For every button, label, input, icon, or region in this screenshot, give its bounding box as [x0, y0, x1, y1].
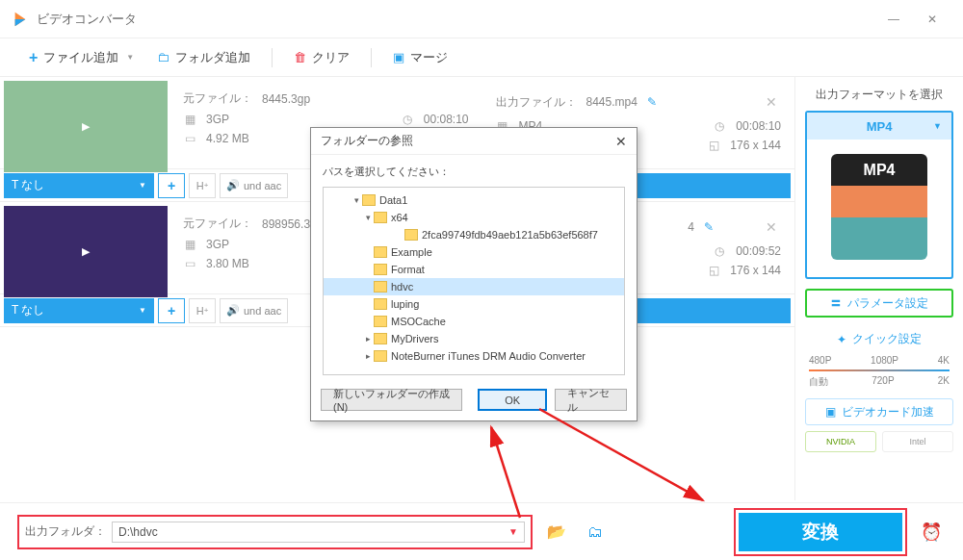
tree-node[interactable]: Example	[324, 243, 624, 261]
app-title: ビデオコンバータ	[37, 11, 874, 28]
app-logo-icon	[12, 11, 29, 28]
sidebar-title: 出力フォーマットを選択	[805, 87, 953, 103]
clock-icon: ◷	[401, 113, 414, 126]
close-button[interactable]: ✕	[913, 0, 951, 38]
out-name: 4	[688, 220, 694, 234]
add-folder-label: フォルダ追加	[175, 49, 250, 66]
audio-icon: 🔊	[226, 304, 240, 317]
src-label: 元ファイル：	[183, 90, 252, 107]
quick-settings-header: ✦ クイック設定	[805, 331, 953, 347]
format-icon: ▦	[183, 113, 196, 126]
folder-plus-icon: 🗀	[157, 50, 169, 64]
sidebar: 出力フォーマットを選択 MP4 ▼ 〓 パラメータ設定 ✦ クイック設定	[794, 77, 963, 500]
open-output-button[interactable]: 🗂	[581, 520, 610, 545]
browse-folder-dialog: フォルダーの参照 ✕ パスを選択してください： ▾Data1▾x642fca99…	[310, 127, 638, 421]
chip-icon: ▣	[825, 405, 836, 419]
ok-button[interactable]: OK	[478, 389, 547, 411]
tree-node[interactable]: luping	[324, 295, 624, 313]
out-res-value: 176 x 144	[730, 264, 781, 277]
src-format-value: 3GP	[206, 238, 229, 251]
hdr-button[interactable]: H+	[189, 298, 216, 323]
out-duration-value: 00:09:52	[736, 244, 781, 258]
tree-node[interactable]: ▸NoteBurner iTunes DRM Audio Converter	[324, 347, 624, 365]
format-icon: ▦	[183, 238, 196, 251]
chevron-down-icon: ▼	[139, 306, 146, 315]
sliders-icon: 〓	[830, 295, 842, 312]
add-subtitle-button[interactable]: +	[158, 173, 185, 198]
browse-folder-button[interactable]: 📂	[542, 520, 571, 545]
new-folder-button[interactable]: 新しいフォルダーの作成(N)	[321, 389, 462, 411]
toolbar-divider	[371, 48, 372, 67]
output-folder-region: 出力フォルダ： D:\hdvc ▼	[17, 515, 533, 549]
tree-node[interactable]: hdvc	[324, 278, 624, 295]
out-name: 8445.mp4	[586, 95, 638, 109]
toolbar: + ファイル追加 ▼ 🗀 フォルダ追加 🗑 クリア ▣ マージ	[0, 38, 963, 77]
tree-node[interactable]: MSOCache	[324, 313, 624, 330]
resolution-icon: ◱	[707, 139, 720, 152]
audio-icon: 🔊	[226, 179, 240, 191]
clear-button[interactable]: 🗑 クリア	[284, 45, 359, 70]
subtitle-select[interactable]: T なし ▼	[4, 173, 154, 198]
output-folder-input[interactable]: D:\hdvc ▼	[112, 522, 525, 543]
src-name: 8445.3gp	[262, 92, 310, 106]
tree-node[interactable]: ▾x64	[324, 209, 624, 226]
dialog-close-button[interactable]: ✕	[615, 134, 627, 149]
src-name: 898956.3	[262, 217, 310, 231]
thumbnail[interactable]: ▶	[4, 81, 168, 172]
tree-node[interactable]: ▾Data1	[324, 191, 624, 209]
audio-track-select[interactable]: 🔊 und aac	[220, 298, 288, 323]
titlebar: ビデオコンバータ — ✕	[0, 0, 963, 38]
add-file-button[interactable]: + ファイル追加 ▼	[19, 45, 143, 70]
size-icon: ▭	[183, 257, 196, 270]
chevron-down-icon: ▼	[508, 526, 518, 537]
out-res-value: 176 x 144	[730, 139, 781, 152]
output-folder-label: 出力フォルダ：	[25, 523, 106, 540]
chevron-down-icon: ▼	[933, 121, 942, 131]
add-file-label: ファイル追加	[43, 49, 118, 66]
thumbnail[interactable]: ▶	[4, 206, 168, 297]
out-duration-value: 00:08:10	[736, 119, 781, 133]
plus-icon: +	[29, 49, 38, 66]
dialog-title: フォルダーの参照	[321, 133, 413, 149]
gpu-accel-button[interactable]: ▣ ビデオカード加速	[805, 398, 953, 425]
mp4-preview-icon	[831, 154, 927, 260]
bottom-bar: 出力フォルダ： D:\hdvc ▼ 📂 🗂 変換 ⏰	[0, 502, 963, 560]
format-preview	[807, 140, 951, 274]
audio-track-select[interactable]: 🔊 und aac	[220, 173, 288, 198]
remove-file-button[interactable]: ✕	[762, 216, 781, 239]
convert-region: 変換	[734, 508, 907, 556]
edit-name-icon[interactable]: ✎	[647, 95, 657, 109]
folder-tree[interactable]: ▾Data1▾x642fca99749fdb49aeb121a5b63ef568…	[323, 187, 625, 375]
src-size-value: 3.80 MB	[206, 257, 249, 270]
format-label: MP4	[867, 119, 893, 134]
vendor-intel: Intel	[882, 431, 953, 452]
dialog-hint: パスを選択してください：	[311, 155, 637, 183]
chevron-down-icon: ▼	[139, 181, 146, 190]
src-size-value: 4.92 MB	[206, 132, 249, 145]
tree-node[interactable]: ▸MyDrivers	[324, 330, 624, 347]
trash-icon: 🗑	[294, 50, 306, 64]
output-format-box[interactable]: MP4 ▼	[805, 111, 953, 279]
edit-name-icon[interactable]: ✎	[704, 220, 714, 234]
parameter-settings-button[interactable]: 〓 パラメータ設定	[805, 289, 953, 318]
minimize-button[interactable]: —	[874, 0, 913, 38]
subtitle-select[interactable]: T なし ▼	[4, 298, 154, 323]
add-folder-button[interactable]: 🗀 フォルダ追加	[147, 45, 260, 70]
convert-button[interactable]: 変換	[739, 513, 902, 551]
tree-node[interactable]: Format	[324, 261, 624, 278]
tree-node[interactable]: 2fca99749fdb49aeb121a5b63ef568f7	[324, 226, 624, 243]
schedule-button[interactable]: ⏰	[917, 518, 946, 547]
src-label: 元ファイル：	[183, 216, 252, 232]
quick-icon: ✦	[837, 333, 846, 346]
cancel-button[interactable]: キャンセル	[555, 389, 627, 411]
clear-label: クリア	[312, 49, 350, 66]
quality-slider[interactable]: 480P 1080P 4K 自動 720P 2K	[809, 355, 950, 389]
chevron-down-icon: ▼	[126, 53, 134, 62]
merge-button[interactable]: ▣ マージ	[383, 45, 457, 70]
clock-icon: ◷	[713, 244, 726, 258]
hdr-button[interactable]: H+	[189, 173, 216, 198]
remove-file-button[interactable]: ✕	[762, 90, 781, 114]
vendor-nvidia: NVIDIA	[805, 431, 876, 452]
add-subtitle-button[interactable]: +	[158, 298, 185, 323]
merge-label: マージ	[410, 49, 448, 66]
